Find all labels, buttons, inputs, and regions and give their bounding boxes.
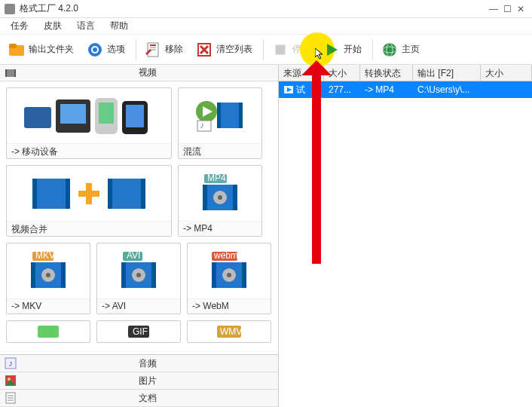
svg-point-71	[227, 273, 231, 277]
svg-text:AVI: AVI	[127, 250, 140, 261]
tile-mux[interactable]: ♪ 混流	[178, 87, 262, 159]
menu-skin[interactable]: 皮肤	[36, 18, 69, 34]
category-tab-picture[interactable]: 图片	[0, 372, 278, 390]
svg-rect-40	[108, 179, 112, 209]
clear-icon	[195, 41, 213, 59]
svg-rect-54	[31, 262, 35, 288]
svg-rect-48	[233, 185, 237, 210]
svg-rect-22	[24, 107, 51, 128]
th-size[interactable]: 大小	[324, 65, 360, 81]
task-table-header: 来源 大小 转换状态 输出 [F2] 大小	[279, 65, 532, 81]
th-source[interactable]: 来源	[279, 65, 324, 81]
tile-partial-1[interactable]	[6, 320, 90, 343]
tile-webm[interactable]: webm -> WebM	[187, 243, 271, 314]
td-source: 试	[279, 81, 324, 99]
category-label: 文档	[21, 392, 274, 405]
options-icon	[86, 41, 104, 59]
picture-category-icon	[5, 375, 17, 387]
toolbar-separator	[372, 39, 373, 60]
svg-point-64	[136, 273, 141, 277]
tile-gif[interactable]: GIF	[96, 320, 181, 343]
menu-task[interactable]: 任务	[3, 18, 36, 34]
th-outsize[interactable]: 大小	[481, 65, 532, 81]
toolbar: 输出文件夹 选项 移除 清空列表 停止 开始	[0, 35, 532, 65]
svg-text:WMV: WMV	[220, 326, 242, 337]
tile-mp4[interactable]: MP4 -> MP4	[178, 165, 262, 237]
webm-icon: webm	[188, 243, 271, 298]
category-tab-audio[interactable]: ♪ 音频	[0, 355, 278, 372]
mobile-devices-icon	[7, 88, 171, 143]
svg-rect-61	[121, 262, 126, 288]
title-bar: 格式工厂 4.2.0 — ☐ ✕	[0, 0, 532, 18]
th-status[interactable]: 转换状态	[360, 65, 413, 81]
document-category-icon	[5, 392, 17, 404]
left-pane: 视频 -> 移动设备	[0, 65, 279, 407]
category-label: 图片	[21, 375, 274, 387]
svg-rect-38	[66, 179, 70, 209]
td-status: -> MP4	[360, 82, 413, 97]
svg-rect-28	[126, 105, 144, 127]
window-title: 格式工厂 4.2.0	[20, 2, 487, 15]
close-button[interactable]: ✕	[514, 4, 527, 14]
menu-help[interactable]: 帮助	[102, 18, 136, 34]
svg-point-80	[8, 378, 11, 381]
svg-point-4	[93, 47, 97, 52]
mkv-icon: MKV	[7, 243, 90, 298]
category-label: 视频	[21, 66, 274, 79]
tile-wmv[interactable]: WMV	[187, 320, 271, 343]
svg-text:GIF: GIF	[133, 326, 148, 337]
video-category-icon	[5, 67, 17, 79]
tile-label: -> MP4	[179, 221, 261, 236]
svg-rect-32	[217, 103, 221, 128]
tile-label: 视频合并	[7, 221, 171, 236]
wmv-icon: WMV	[188, 321, 271, 342]
svg-rect-21	[14, 69, 16, 77]
menu-bar: 任务 皮肤 语言 帮助	[0, 18, 532, 35]
svg-rect-1	[9, 44, 17, 48]
tile-mkv[interactable]: MKV -> MKV	[6, 243, 90, 314]
remove-button[interactable]: 移除	[139, 39, 188, 60]
svg-rect-19	[5, 69, 16, 77]
menu-language[interactable]: 语言	[69, 18, 102, 34]
remove-label: 移除	[165, 43, 183, 56]
audio-category-icon: ♪	[5, 357, 17, 369]
svg-rect-36	[32, 179, 70, 209]
clear-list-button[interactable]: 清空列表	[191, 39, 257, 60]
maximize-button[interactable]: ☐	[500, 4, 514, 14]
td-outsize	[481, 87, 532, 92]
tile-label: -> WebM	[188, 298, 271, 314]
svg-rect-13	[276, 45, 285, 54]
svg-rect-41	[141, 179, 145, 209]
td-size: 277...	[324, 82, 360, 97]
svg-rect-31	[217, 103, 243, 128]
svg-point-16	[383, 43, 396, 57]
tile-video-merge[interactable]: 视频合并	[6, 165, 172, 237]
tile-label: 混流	[179, 143, 261, 158]
task-row-selected[interactable]: 试 277... -> MP4 C:\Users\y\...	[279, 81, 532, 98]
home-button[interactable]: 主页	[376, 39, 424, 60]
category-tabs: ♪ 音频 图片 文档	[0, 354, 278, 407]
td-source-text: 试	[296, 84, 305, 95]
tile-mobile-device[interactable]: -> 移动设备	[6, 87, 172, 159]
tile-avi[interactable]: AVI -> AVI	[96, 243, 181, 314]
start-label: 开始	[344, 43, 362, 56]
output-folder-button[interactable]: 输出文件夹	[3, 39, 78, 60]
category-tab-document[interactable]: 文档	[0, 390, 278, 407]
svg-rect-39	[108, 179, 145, 209]
svg-rect-33	[239, 103, 243, 128]
svg-point-50	[218, 195, 222, 200]
svg-rect-62	[151, 262, 156, 288]
minimize-button[interactable]: —	[487, 4, 500, 14]
svg-text:webm: webm	[213, 250, 238, 261]
svg-rect-69	[242, 262, 246, 288]
svg-rect-47	[203, 185, 207, 210]
remove-icon	[144, 41, 162, 59]
svg-rect-55	[61, 262, 66, 288]
svg-text:♪: ♪	[200, 120, 204, 130]
th-output[interactable]: 输出 [F2]	[413, 65, 481, 81]
main-area: 视频 -> 移动设备	[0, 65, 532, 407]
svg-marker-14	[327, 44, 338, 56]
category-header-video[interactable]: 视频	[0, 65, 278, 81]
options-button[interactable]: 选项	[81, 39, 130, 60]
toolbar-separator	[263, 39, 264, 60]
